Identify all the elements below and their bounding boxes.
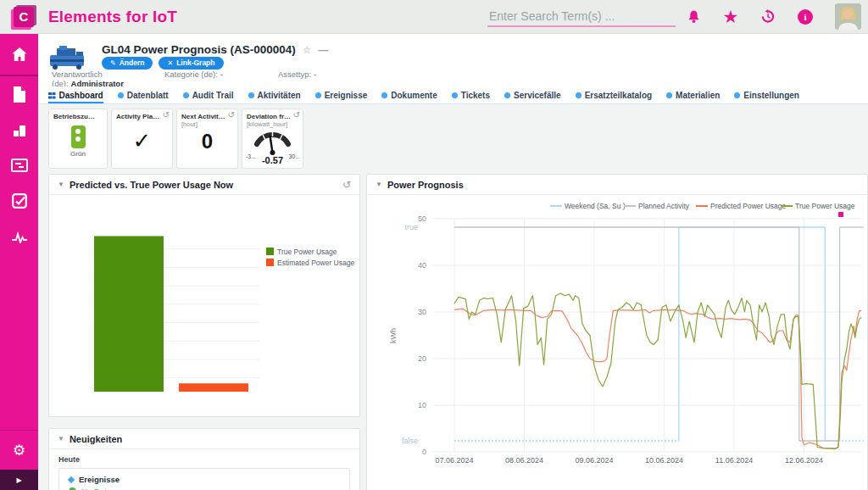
legend-item[interactable]: Planned Activity bbox=[624, 202, 690, 210]
tab-icon bbox=[183, 92, 189, 98]
sidebar-expand-button[interactable]: ▶ bbox=[0, 470, 38, 490]
svg-text:Planned Activity: Planned Activity bbox=[638, 202, 690, 210]
tab-datenblatt[interactable]: Datenblatt bbox=[118, 91, 169, 103]
sidebar-item-assets[interactable] bbox=[0, 148, 38, 183]
svg-text:kWh: kWh bbox=[389, 328, 398, 343]
legend-item[interactable]: True Power Usage bbox=[781, 202, 855, 210]
panel-neuigkeiten: ▼ Neuigkeiten Heute Ereignisse ✓ No Data bbox=[48, 428, 360, 490]
event-icon bbox=[68, 476, 75, 482]
bar-chart-svg: 30.630.83131.231.431.631.832True Power U… bbox=[49, 195, 359, 417]
task-check-icon bbox=[12, 193, 27, 209]
legend-item[interactable]: Estimated Power Usage bbox=[266, 259, 354, 267]
kpi-unit: [kilowatt_hour] bbox=[242, 120, 303, 128]
svg-text:Predicted Power Usage: Predicted Power Usage bbox=[710, 202, 787, 210]
tab-materialien[interactable]: Materialien bbox=[666, 91, 720, 103]
collapse-caret-icon[interactable]: ▼ bbox=[58, 435, 64, 443]
tab-servicef-lle[interactable]: Servicefälle bbox=[504, 91, 561, 103]
refresh-icon[interactable]: ↺ bbox=[228, 111, 235, 120]
svg-text:30: 30 bbox=[418, 308, 426, 316]
tab-dokumente[interactable]: Dokumente bbox=[381, 91, 437, 103]
news-card[interactable]: Ereignisse ✓ No Data bbox=[58, 468, 350, 490]
asset-meta-field: Kategorie (de):- bbox=[164, 70, 278, 88]
kpi-unit: [hour] bbox=[177, 120, 237, 128]
svg-text:07.06.2024: 07.06.2024 bbox=[435, 456, 473, 465]
sidebar-item-home[interactable] bbox=[0, 34, 38, 76]
svg-text:false: false bbox=[402, 437, 418, 445]
news-group-label: Heute bbox=[58, 455, 359, 464]
news-item-label: Ereignisse bbox=[79, 475, 120, 484]
tab-einstellungen[interactable]: Einstellungen bbox=[734, 91, 799, 103]
svg-text:Weekend (Sa, Su ): Weekend (Sa, Su ) bbox=[565, 202, 626, 210]
legend-item[interactable]: Weekend (Sa, Su ) bbox=[550, 202, 626, 210]
sidebar-item-documents[interactable] bbox=[0, 76, 38, 112]
refresh-icon[interactable]: ↺ bbox=[342, 179, 351, 191]
favorite-toggle-icon[interactable]: ☆ bbox=[303, 44, 312, 56]
legend-item[interactable]: Predicted Power Usage bbox=[696, 202, 787, 210]
collapse-header-icon[interactable]: — bbox=[319, 44, 329, 56]
panel-power-prognosis: ▼ Power Prognosis 0102030405007.06.20240… bbox=[366, 174, 868, 490]
line-chart-svg: 0102030405007.06.202408.06.202409.06.202… bbox=[367, 195, 868, 490]
edit-button[interactable]: ✎ Ändern bbox=[102, 57, 153, 70]
tab-aktivit-ten[interactable]: Aktivitäten bbox=[248, 91, 301, 103]
tab-audit-trail[interactable]: Audit Trail bbox=[183, 91, 234, 103]
favorites-star-icon[interactable]: ★ bbox=[723, 9, 738, 25]
collapse-caret-icon[interactable]: ▼ bbox=[376, 181, 382, 188]
info-icon[interactable]: i bbox=[798, 9, 813, 25]
refresh-icon[interactable]: ↺ bbox=[163, 111, 170, 120]
legend-item[interactable]: True Power Usage bbox=[266, 248, 337, 256]
svg-text:08.06.2024: 08.06.2024 bbox=[505, 456, 543, 465]
panel-title: Predicted vs. True Power Usage Now bbox=[70, 180, 233, 190]
svg-text:0: 0 bbox=[422, 448, 426, 456]
tab-ereignisse[interactable]: Ereignisse bbox=[315, 91, 368, 103]
edit-pencil-icon: ✎ bbox=[110, 59, 116, 67]
chart-action-icon[interactable] bbox=[838, 212, 843, 217]
kpi-title: Betriebszustand bbox=[49, 109, 107, 120]
sidebar: ⚙ ▶ bbox=[0, 34, 38, 490]
kpi-card-betriebszustand: Betriebszustand Grün bbox=[48, 109, 108, 169]
dashboard-content: Betriebszustand Grün Activity Planned...… bbox=[38, 104, 868, 490]
sidebar-item-monitoring[interactable] bbox=[0, 219, 38, 254]
svg-text:True Power Usage: True Power Usage bbox=[795, 202, 855, 210]
svg-text:10.06.2024: 10.06.2024 bbox=[645, 456, 683, 465]
svg-text:40: 40 bbox=[418, 261, 426, 270]
tab-dashboard[interactable]: Dashboard bbox=[48, 91, 103, 103]
app-title: Elements for IoT bbox=[48, 8, 177, 26]
series-predicted-power-usage bbox=[454, 309, 861, 448]
link-graph-icon: ✕ bbox=[167, 59, 173, 67]
collapse-caret-icon[interactable]: ▼ bbox=[58, 181, 64, 188]
kpi-card-deviation: Deviation from ... ↺ [kilowatt_hour] -3.… bbox=[242, 109, 303, 169]
history-icon[interactable] bbox=[760, 9, 776, 25]
tab-icon bbox=[452, 92, 458, 98]
tab-ersatzteilkatalog[interactable]: Ersatzteilkatalog bbox=[576, 91, 652, 103]
status-traffic-light bbox=[71, 125, 86, 148]
bar-0 bbox=[94, 237, 164, 392]
gauge-value: -0.57 bbox=[242, 155, 303, 165]
panel-title: Power Prognosis bbox=[387, 180, 464, 190]
refresh-icon[interactable]: ↺ bbox=[293, 111, 300, 120]
svg-text:09.06.2024: 09.06.2024 bbox=[575, 456, 613, 465]
tab-tickets[interactable]: Tickets bbox=[452, 91, 490, 103]
tab-bar: DashboardDatenblattAudit TrailAktivitäte… bbox=[38, 86, 868, 104]
search-input[interactable] bbox=[487, 7, 676, 27]
topbar: C Elements for IoT ★ i bbox=[0, 0, 868, 34]
dashboard-grid-icon bbox=[48, 92, 52, 96]
app-window: C Elements for IoT ★ i bbox=[0, 0, 868, 490]
sidebar-item-reports[interactable] bbox=[0, 112, 38, 148]
asset-card-icon bbox=[11, 159, 28, 172]
svg-text:Estimated Power Usage: Estimated Power Usage bbox=[277, 259, 354, 267]
sidebar-item-settings[interactable]: ⚙ bbox=[0, 430, 38, 470]
bar-chart-icon bbox=[12, 122, 27, 137]
svg-text:10: 10 bbox=[418, 401, 426, 409]
tab-icon bbox=[381, 92, 387, 98]
link-graph-button[interactable]: ✕ Link-Graph bbox=[159, 57, 223, 70]
notifications-bell-icon[interactable] bbox=[686, 9, 701, 25]
svg-text:True Power Usage: True Power Usage bbox=[277, 248, 337, 256]
global-search bbox=[487, 7, 672, 27]
kpi-card-next-activity: Next Activity Pla... ↺ [hour] 0 bbox=[176, 109, 238, 169]
tab-icon bbox=[118, 92, 124, 98]
sidebar-item-tasks[interactable] bbox=[0, 183, 38, 219]
svg-text:50: 50 bbox=[418, 214, 426, 223]
activity-pulse-icon bbox=[11, 230, 28, 243]
app-logo[interactable]: C bbox=[14, 7, 34, 27]
user-avatar[interactable] bbox=[835, 3, 861, 30]
